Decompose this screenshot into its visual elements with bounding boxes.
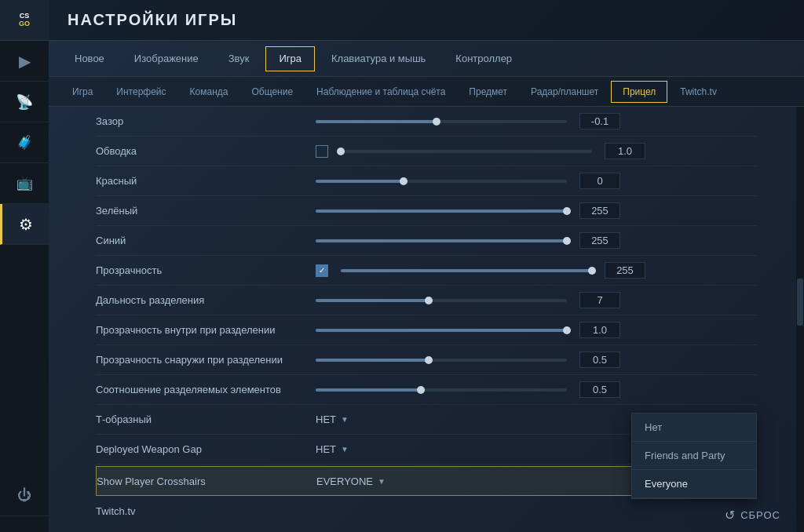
sidebar-item-play[interactable]: ▶: [0, 41, 49, 82]
tab-controller[interactable]: Контроллер: [442, 46, 525, 71]
slider-split-alpha-outer-track[interactable]: [316, 359, 567, 362]
tab-sound[interactable]: Звук: [215, 46, 263, 71]
sidebar-item-radio[interactable]: 📡: [0, 82, 49, 122]
slider-split-ratio-track[interactable]: [316, 388, 567, 392]
slider-red-thumb[interactable]: [400, 177, 407, 185]
sidebar-item-settings[interactable]: ⚙: [0, 204, 49, 245]
setting-alpha-value: 255: [605, 262, 645, 279]
tab-image[interactable]: Изображение: [121, 46, 212, 71]
sidebar-item-power[interactable]: ⏻: [0, 476, 49, 516]
setting-green-label: Зелёный: [96, 205, 316, 217]
slider-split-distance-fill: [316, 299, 429, 302]
tv-icon: 📺: [16, 175, 33, 191]
dropdown-option-friends[interactable]: Friends and Party: [632, 442, 756, 470]
setting-split-distance-value: 7: [579, 292, 620, 308]
slider-green-fill: [316, 210, 567, 213]
subtab-game[interactable]: Игра: [61, 81, 104, 103]
sidebar-item-inventory[interactable]: 🧳: [0, 122, 49, 163]
settings-content: Зазор -0.1 Обводка: [49, 107, 804, 532]
subtab-spectate[interactable]: Наблюдение и таблица счёта: [305, 81, 456, 103]
chevron-down-icon-2: ▼: [341, 445, 349, 454]
setting-split-ratio-value: 0.5: [579, 381, 620, 398]
slider-red-track[interactable]: [316, 180, 567, 183]
tab-keyboard[interactable]: Клавиатура и мышь: [318, 46, 439, 71]
reset-label: СБРОС: [740, 509, 780, 521]
reset-icon: ↺: [725, 508, 736, 523]
setting-split-alpha-inner-label: Прозрачность внутри при разделении: [96, 324, 316, 336]
subtab-item[interactable]: Предмет: [458, 81, 518, 103]
slider-split-alpha-inner-thumb[interactable]: [563, 326, 571, 334]
power-icon: ⏻: [17, 487, 31, 504]
gear-icon: ⚙: [19, 215, 33, 234]
slider-blue-track[interactable]: [316, 239, 567, 242]
slider-split-ratio-thumb[interactable]: [417, 386, 425, 394]
chevron-down-icon: ▼: [341, 415, 349, 424]
setting-split-ratio-control: 0.5: [316, 381, 757, 398]
sub-tabs: Игра Интерфейс Команда Общение Наблюдени…: [49, 77, 804, 107]
setting-split-distance-control: 7: [316, 292, 757, 308]
sidebar: CSGO ▶ 📡 🧳 📺 ⚙ ⏻: [0, 0, 49, 532]
setting-blue-value: 255: [579, 232, 620, 249]
slider-alpha-fill: [341, 269, 592, 272]
slider-alpha-track[interactable]: [341, 269, 592, 272]
reset-button[interactable]: ↺ СБРОС: [725, 508, 780, 523]
setting-split-alpha-inner: Прозрачность внутри при разделении 1.0: [96, 315, 757, 345]
setting-gap-value: -0.1: [579, 113, 620, 129]
slider-blue-thumb[interactable]: [563, 237, 571, 245]
setting-split-alpha-inner-control: 1.0: [316, 322, 757, 338]
slider-gap-fill: [316, 120, 437, 123]
setting-show-player-crosshairs-value: EVERYONE: [316, 476, 373, 487]
setting-split-alpha-outer-control: 0.5: [316, 352, 757, 368]
setting-t-shaped-value: НЕТ: [316, 414, 336, 425]
sidebar-item-tv[interactable]: 📺: [0, 163, 49, 204]
setting-show-player-crosshairs-dropdown[interactable]: EVERYONE ▼: [316, 476, 386, 487]
subtab-team[interactable]: Команда: [179, 81, 239, 103]
setting-blue-control: 255: [316, 232, 757, 249]
setting-split-alpha-inner-value: 1.0: [579, 322, 620, 338]
page-header: НАСТРОЙКИ ИГРЫ: [49, 0, 804, 41]
scrollbar[interactable]: [796, 107, 804, 532]
slider-red-fill: [316, 180, 404, 183]
slider-green-thumb[interactable]: [563, 207, 571, 215]
slider-gap-thumb[interactable]: [433, 118, 440, 126]
subtab-chat[interactable]: Общение: [240, 81, 304, 103]
dropdown-popup: Нет Friends and Party Everyone: [631, 413, 757, 499]
setting-deployed-weapon-gap-dropdown[interactable]: НЕТ ▼: [316, 443, 349, 455]
scrollbar-thumb[interactable]: [797, 279, 803, 326]
logo-text: CSGO: [19, 13, 30, 28]
setting-gap-control: -0.1: [316, 113, 757, 129]
dropdown-option-everyone[interactable]: Everyone: [632, 470, 756, 498]
subtab-twitch[interactable]: Twitch.tv: [669, 81, 728, 103]
slider-gap-track[interactable]: [316, 120, 567, 123]
subtab-crosshair[interactable]: Прицел: [611, 81, 667, 103]
slider-split-distance-track[interactable]: [316, 299, 567, 302]
slider-split-alpha-outer-thumb[interactable]: [425, 356, 433, 364]
subtab-interface[interactable]: Интерфейс: [105, 81, 177, 103]
chevron-down-icon-3: ▼: [378, 477, 386, 486]
slider-blue-fill: [316, 239, 567, 242]
setting-outline-label: Обводка: [96, 145, 316, 157]
page-title: НАСТРОЙКИ ИГРЫ: [68, 11, 237, 29]
subtab-radar[interactable]: Радар/планшет: [520, 81, 609, 103]
setting-deployed-weapon-gap-value: НЕТ: [316, 443, 336, 455]
setting-blue: Синий 255: [96, 226, 757, 256]
tab-game[interactable]: Игра: [265, 46, 315, 71]
twitch-label: Twitch.tv: [96, 505, 316, 517]
dropdown-option-none[interactable]: Нет: [632, 414, 756, 442]
setting-split-alpha-outer: Прозрачность снаружи при разделении 0.5: [96, 345, 757, 375]
slider-outline-thumb[interactable]: [337, 148, 345, 155]
slider-split-alpha-inner-track[interactable]: [316, 329, 567, 332]
play-icon: ▶: [19, 52, 31, 71]
setting-red-label: Красный: [96, 175, 316, 187]
setting-t-shaped-dropdown[interactable]: НЕТ ▼: [316, 414, 349, 425]
setting-blue-label: Синий: [96, 235, 316, 246]
setting-split-ratio-label: Соотношение разделяемых элементов: [96, 384, 316, 395]
setting-alpha-control: 255: [316, 262, 757, 279]
setting-alpha-checkbox[interactable]: [316, 264, 328, 277]
setting-outline-checkbox[interactable]: [316, 145, 328, 158]
tab-new[interactable]: Новое: [61, 46, 118, 71]
slider-split-distance-thumb[interactable]: [425, 297, 433, 304]
slider-green-track[interactable]: [316, 210, 567, 213]
slider-alpha-thumb[interactable]: [588, 267, 596, 275]
slider-outline-track[interactable]: [341, 150, 592, 153]
